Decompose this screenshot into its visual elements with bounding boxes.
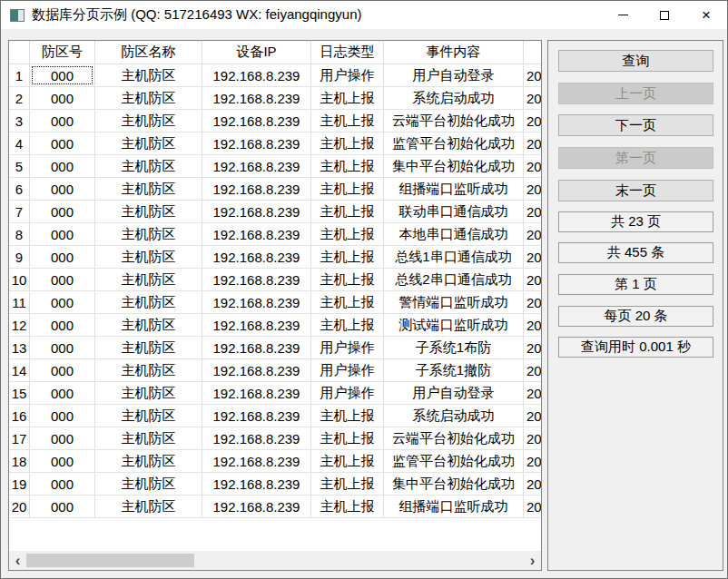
cell-zone-code[interactable]: 000 bbox=[30, 110, 95, 132]
cell-zone-name[interactable]: 主机防区 bbox=[95, 64, 202, 87]
cell-device-ip[interactable]: 192.168.8.239 bbox=[202, 427, 311, 450]
cell-event-content[interactable]: 用户自动登录 bbox=[384, 382, 524, 405]
cell-zone-name[interactable]: 主机防区 bbox=[95, 132, 202, 155]
cell-zone-code[interactable]: 000 bbox=[30, 246, 95, 269]
cell-device-ip[interactable]: 192.168.8.239 bbox=[202, 178, 311, 201]
row-number-cell[interactable]: 1 bbox=[9, 64, 30, 87]
cell-zone-code[interactable]: 000 bbox=[30, 291, 95, 314]
row-number-cell[interactable]: 18 bbox=[9, 450, 30, 473]
cell-event-content[interactable]: 联动串口通信成功 bbox=[384, 201, 524, 223]
cell-time[interactable]: 20 bbox=[524, 473, 541, 496]
cell-zone-name[interactable]: 主机防区 bbox=[95, 291, 202, 314]
scrollbar-thumb[interactable] bbox=[26, 554, 194, 567]
cell-event-content[interactable]: 用户自动登录 bbox=[384, 64, 524, 87]
row-number-cell[interactable]: 6 bbox=[9, 178, 30, 201]
cell-log-type[interactable]: 主机上报 bbox=[311, 223, 384, 246]
cell-event-content[interactable]: 测试端口监听成功 bbox=[384, 314, 524, 337]
cell-event-content[interactable]: 本地串口通信成功 bbox=[384, 223, 524, 246]
close-button[interactable]: × bbox=[685, 1, 727, 29]
cell-zone-name[interactable]: 主机防区 bbox=[95, 87, 202, 110]
cell-zone-code[interactable]: 000 bbox=[30, 427, 95, 450]
cell-time[interactable]: 20 bbox=[524, 132, 541, 155]
cell-log-type[interactable]: 主机上报 bbox=[311, 110, 384, 132]
cell-device-ip[interactable]: 192.168.8.239 bbox=[202, 496, 311, 518]
cell-time[interactable]: 20 bbox=[524, 359, 541, 382]
cell-zone-name[interactable]: 主机防区 bbox=[95, 496, 202, 518]
cell-time[interactable]: 20 bbox=[524, 201, 541, 223]
cell-zone-code[interactable]: 000 bbox=[30, 473, 95, 496]
cell-zone-name[interactable]: 主机防区 bbox=[95, 201, 202, 223]
minimize-button[interactable] bbox=[602, 1, 644, 29]
header-corner[interactable] bbox=[9, 41, 30, 64]
cell-event-content[interactable]: 系统启动成功 bbox=[384, 87, 524, 110]
first-page-button[interactable]: 第一页 bbox=[558, 147, 713, 169]
query-button[interactable]: 查询 bbox=[558, 50, 713, 72]
cell-zone-code[interactable]: 000 bbox=[30, 450, 95, 473]
cell-time[interactable]: 20 bbox=[524, 269, 541, 291]
cell-zone-name[interactable]: 主机防区 bbox=[95, 359, 202, 382]
cell-zone-name[interactable]: 主机防区 bbox=[95, 382, 202, 405]
cell-zone-code[interactable]: 000 bbox=[30, 382, 95, 405]
cell-zone-name[interactable]: 主机防区 bbox=[95, 246, 202, 269]
cell-device-ip[interactable]: 192.168.8.239 bbox=[202, 223, 311, 246]
cell-time[interactable]: 20 bbox=[524, 314, 541, 337]
horizontal-scrollbar[interactable]: ‹ › bbox=[9, 551, 541, 570]
cell-event-content[interactable]: 子系统1布防 bbox=[384, 337, 524, 359]
cell-event-content[interactable]: 云端平台初始化成功 bbox=[384, 427, 524, 450]
cell-log-type[interactable]: 主机上报 bbox=[311, 291, 384, 314]
cell-device-ip[interactable]: 192.168.8.239 bbox=[202, 291, 311, 314]
last-page-button[interactable]: 末一页 bbox=[558, 180, 713, 201]
row-number-cell[interactable]: 7 bbox=[9, 201, 30, 223]
cell-zone-name[interactable]: 主机防区 bbox=[95, 473, 202, 496]
cell-event-content[interactable]: 系统启动成功 bbox=[384, 405, 524, 427]
cell-zone-name[interactable]: 主机防区 bbox=[95, 427, 202, 450]
cell-device-ip[interactable]: 192.168.8.239 bbox=[202, 359, 311, 382]
cell-event-content[interactable]: 监管平台初始化成功 bbox=[384, 450, 524, 473]
cell-zone-name[interactable]: 主机防区 bbox=[95, 269, 202, 291]
cell-device-ip[interactable]: 192.168.8.239 bbox=[202, 110, 311, 132]
cell-log-type[interactable]: 用户操作 bbox=[311, 359, 384, 382]
cell-event-content[interactable]: 集中平台初始化成功 bbox=[384, 155, 524, 178]
cell-time[interactable]: 20 bbox=[524, 246, 541, 269]
cell-log-type[interactable]: 主机上报 bbox=[311, 201, 384, 223]
cell-time[interactable]: 20 bbox=[524, 450, 541, 473]
cell-log-type[interactable]: 主机上报 bbox=[311, 178, 384, 201]
cell-device-ip[interactable]: 192.168.8.239 bbox=[202, 246, 311, 269]
cell-time[interactable]: 20 bbox=[524, 291, 541, 314]
row-number-cell[interactable]: 3 bbox=[9, 110, 30, 132]
row-number-cell[interactable]: 13 bbox=[9, 337, 30, 359]
cell-zone-name[interactable]: 主机防区 bbox=[95, 110, 202, 132]
cell-device-ip[interactable]: 192.168.8.239 bbox=[202, 337, 311, 359]
cell-device-ip[interactable]: 192.168.8.239 bbox=[202, 87, 311, 110]
cell-device-ip[interactable]: 192.168.8.239 bbox=[202, 405, 311, 427]
cell-zone-code[interactable]: 000 bbox=[30, 337, 95, 359]
cell-time[interactable]: 20 bbox=[524, 223, 541, 246]
maximize-button[interactable] bbox=[644, 1, 685, 29]
header-zone-code[interactable]: 防区号 bbox=[30, 41, 95, 64]
row-number-cell[interactable]: 2 bbox=[9, 87, 30, 110]
cell-zone-name[interactable]: 主机防区 bbox=[95, 337, 202, 359]
cell-zone-name[interactable]: 主机防区 bbox=[95, 223, 202, 246]
cell-log-type[interactable]: 主机上报 bbox=[311, 269, 384, 291]
cell-log-type[interactable]: 用户操作 bbox=[311, 337, 384, 359]
cell-device-ip[interactable]: 192.168.8.239 bbox=[202, 201, 311, 223]
row-number-cell[interactable]: 11 bbox=[9, 291, 30, 314]
cell-log-type[interactable]: 主机上报 bbox=[311, 155, 384, 178]
cell-time[interactable]: 20 bbox=[524, 110, 541, 132]
cell-zone-code[interactable]: 000 bbox=[30, 132, 95, 155]
cell-time[interactable]: 20 bbox=[524, 496, 541, 518]
cell-zone-code[interactable]: 000 bbox=[30, 201, 95, 223]
cell-event-content[interactable]: 总线1串口通信成功 bbox=[384, 246, 524, 269]
header-time[interactable] bbox=[524, 41, 541, 64]
cell-log-type[interactable]: 主机上报 bbox=[311, 473, 384, 496]
row-number-cell[interactable]: 19 bbox=[9, 473, 30, 496]
cell-log-type[interactable]: 主机上报 bbox=[311, 87, 384, 110]
cell-event-content[interactable]: 组播端口监听成功 bbox=[384, 496, 524, 518]
cell-time[interactable]: 20 bbox=[524, 87, 541, 110]
cell-zone-name[interactable]: 主机防区 bbox=[95, 155, 202, 178]
scrollbar-track[interactable] bbox=[194, 551, 524, 570]
cell-time[interactable]: 20 bbox=[524, 155, 541, 178]
header-log-type[interactable]: 日志类型 bbox=[311, 41, 384, 64]
cell-device-ip[interactable]: 192.168.8.239 bbox=[202, 155, 311, 178]
cell-event-content[interactable]: 集中平台初始化成功 bbox=[384, 473, 524, 496]
